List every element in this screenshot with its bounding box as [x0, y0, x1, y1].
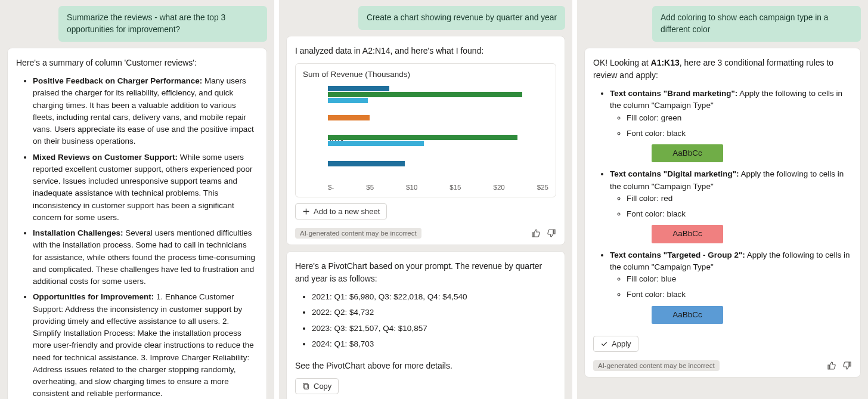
apply-button[interactable]: Apply [593, 336, 638, 352]
bar-group-2024: 2024 [328, 153, 548, 176]
x-tick: $15 [450, 184, 461, 191]
rule-font: Font color: black [627, 208, 852, 220]
copy-icon [302, 382, 310, 390]
rules-list: Text contains "Brand marketing": Apply t… [593, 88, 852, 330]
rule-item: Text contains "Brand marketing": Apply t… [610, 88, 852, 162]
rule-item: Text contains "Targeted - Group 2": Appl… [610, 249, 852, 324]
thumbs-up-icon[interactable] [827, 361, 836, 370]
user-prompt: Summarize the reviews - what are the top… [58, 6, 267, 42]
bar-2024-Q1 [328, 161, 405, 166]
check-icon [600, 340, 608, 348]
pivot-outro: See the PivotChart above for more detail… [295, 360, 556, 372]
color-swatch: AaBbCc [652, 144, 723, 162]
bullet-body: 1. Enhance Customer Support: Address the… [33, 292, 254, 398]
rule-fill: Fill color: blue [627, 273, 852, 285]
response-card-chart: I analyzed data in A2:N14, and here's wh… [286, 36, 565, 245]
bullet-head: Mixed Reviews on Customer Support: [33, 153, 178, 162]
bullet-head: Installation Challenges: [33, 228, 123, 237]
rule-fill: Fill color: green [627, 112, 852, 124]
copy-label: Copy [314, 382, 331, 391]
panel-divider [572, 0, 577, 399]
review-bullets: Positive Feedback on Charger Performance… [16, 75, 258, 399]
bullet-head: Positive Feedback on Charger Performance… [33, 76, 202, 85]
chart-title: Sum of Revenue (Thousands) [303, 70, 548, 79]
rule-details: Fill color: redFont color: black [610, 193, 852, 221]
x-tick: $25 [537, 184, 548, 191]
pivot-list: 2021: Q1: $6,980, Q3: $22,018, Q4: $4,54… [295, 291, 556, 354]
copy-button[interactable]: Copy [295, 378, 339, 394]
color-swatch: AaBbCc [652, 225, 723, 243]
panel-divider [274, 0, 279, 399]
intro-text: Here's a summary of column 'Customer rev… [16, 57, 258, 69]
bar-2023-Q3 [328, 135, 517, 140]
bar-2021-Q4 [328, 98, 368, 103]
panel-chart: Create a chart showing revenue by quarte… [279, 0, 572, 399]
ai-disclaimer: AI-generated content may be incorrect [295, 228, 421, 239]
rule-head: Text contains "Brand marketing": [610, 89, 737, 98]
thumbs-down-icon[interactable] [547, 228, 556, 238]
add-label: Add to a new sheet [314, 207, 380, 216]
response-card-reviews: Here's a summary of column 'Customer rev… [7, 48, 267, 399]
chart-area: 2021202220232024 $-$5$10$15$20$25 [303, 83, 548, 191]
thumbs-down-icon[interactable] [842, 361, 852, 370]
response-card-pivot: Here's a PivotChart based on your prompt… [286, 251, 565, 399]
x-tick: $20 [494, 184, 505, 191]
bar-group-2023: 2023 [328, 129, 548, 153]
x-tick: $5 [366, 184, 374, 191]
thumbs-up-icon[interactable] [531, 228, 541, 238]
ai-disclaimer: AI-generated content may be incorrect [593, 360, 720, 371]
list-item: 2022: Q2: $4,732 [312, 307, 556, 318]
plus-icon [302, 208, 310, 215]
rule-item: Text contains "Digital marketing": Apply… [610, 168, 852, 243]
analysis-intro: I analyzed data in A2:N14, and here's wh… [295, 45, 556, 57]
panel-reviews: Summarize the reviews - what are the top… [0, 0, 274, 399]
bar-2022-Q2 [328, 115, 370, 120]
rule-head: Text contains "Digital marketing": [610, 169, 739, 178]
bullet-body: Many users praised the charger for its r… [33, 76, 254, 146]
x-tick: $- [328, 184, 334, 191]
user-prompt: Add coloring to show each campaign type … [652, 6, 861, 42]
add-to-sheet-button[interactable]: Add to a new sheet [295, 203, 387, 219]
rule-fill: Fill color: red [627, 193, 852, 205]
pivot-intro: Here's a PivotChart based on your prompt… [295, 260, 556, 285]
bar-2021-Q1 [328, 86, 389, 91]
apply-label: Apply [612, 339, 631, 348]
color-swatch: AaBbCc [652, 306, 723, 324]
bar-group-2022: 2022 [328, 107, 548, 130]
rule-font: Font color: black [627, 128, 852, 140]
rule-font: Font color: black [627, 289, 852, 301]
response-card-formatting: OK! Looking at A1:K13, here are 3 condit… [584, 48, 861, 378]
bar-group-2021: 2021 [328, 83, 548, 107]
bullet-body: While some users reported excellent cust… [33, 153, 252, 222]
bullet-head: Opportunities for Improvement: [33, 292, 154, 301]
rule-details: Fill color: greenFont color: black [610, 112, 852, 140]
rule-head: Text contains "Targeted - Group 2": [610, 250, 745, 259]
x-tick: $10 [406, 184, 417, 191]
bar-2023-Q4 [328, 141, 424, 146]
rule-details: Fill color: blueFont color: black [610, 273, 852, 301]
revenue-chart: Sum of Revenue (Thousands) 2021202220232… [295, 63, 556, 197]
bar-2021-Q3 [328, 92, 522, 97]
list-item: 2021: Q1: $6,980, Q3: $22,018, Q4: $4,54… [312, 291, 556, 303]
list-item: 2023: Q3: $21,507, Q4: $10,857 [312, 323, 556, 335]
user-prompt: Create a chart showing revenue by quarte… [358, 6, 565, 30]
intro-text: OK! Looking at A1:K13, here are 3 condit… [593, 57, 852, 82]
list-item: 2024: Q1: $8,703 [312, 338, 556, 350]
panel-formatting: Add coloring to show each campaign type … [577, 0, 868, 399]
